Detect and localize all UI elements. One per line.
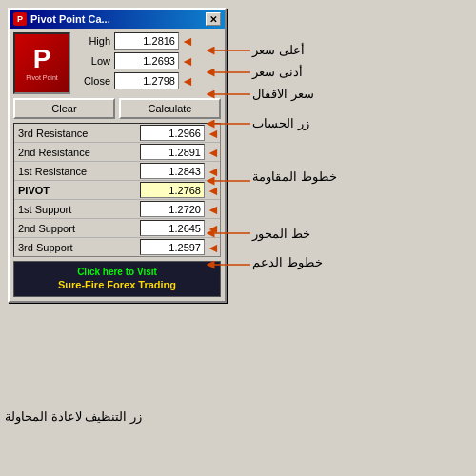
result-label-4: 1st Support: [16, 204, 140, 215]
annotation-clear: زر التنظيف لاعادة المحاولة: [5, 409, 142, 424]
result-value-5[interactable]: [140, 220, 205, 236]
result-row-3: PIVOT ◄: [14, 181, 220, 200]
result-value-1[interactable]: [140, 144, 205, 160]
low-arrow: ◄: [181, 53, 194, 69]
low-input[interactable]: [114, 52, 179, 69]
input-group: High ◄ Low ◄ Close ◄: [74, 32, 221, 92]
result-row-6: 3rd Support ◄: [14, 238, 220, 256]
close-row: Close ◄: [74, 72, 221, 89]
results-table: 3rd Resistance ◄ 2nd Resistance ◄ 1st Re…: [13, 123, 221, 257]
high-label: High: [74, 35, 110, 47]
result-arrow-3: ◄: [207, 183, 218, 198]
result-row-0: 3rd Resistance ◄: [14, 124, 220, 143]
annotation-high: أعلى سعر: [252, 43, 305, 57]
banner-line2: Sure-Fire Forex Trading: [58, 278, 176, 291]
banner-line1: Click here to Visit: [58, 266, 176, 278]
close-arrow: ◄: [181, 73, 194, 89]
result-arrow-6: ◄: [207, 240, 218, 255]
close-label: Close: [74, 75, 110, 87]
result-arrow-5: ◄: [207, 221, 218, 236]
close-button[interactable]: ✕: [206, 12, 221, 26]
result-arrow-2: ◄: [207, 164, 218, 179]
close-input[interactable]: [114, 72, 179, 89]
window-title: Pivot Point Ca...: [30, 13, 110, 25]
low-label: Low: [74, 55, 110, 67]
logo-box: P Pivot Point: [13, 32, 70, 94]
result-label-3: PIVOT: [16, 185, 140, 196]
high-row: High ◄: [74, 32, 221, 50]
logo-subtitle: Pivot Point: [26, 74, 57, 81]
logo-inputs-section: P Pivot Point High ◄ Low ◄ Close ◄: [13, 32, 221, 94]
result-row-5: 2nd Support ◄: [14, 219, 220, 238]
main-window: P Pivot Point Ca... ✕ P Pivot Point High…: [8, 8, 227, 303]
logo-letter: P: [33, 46, 51, 72]
banner[interactable]: Click here to Visit Sure-Fire Forex Trad…: [13, 261, 221, 297]
annotation-support: خطوط الدعم: [252, 255, 323, 269]
result-label-6: 3rd Support: [16, 242, 140, 253]
title-bar-left: P Pivot Point Ca...: [13, 12, 110, 26]
result-row-2: 1st Resistance ◄: [14, 162, 220, 181]
annotation-resistance: خطوط المقاومة: [252, 169, 337, 184]
button-row: Clear Calculate: [13, 98, 221, 119]
result-arrow-0: ◄: [207, 126, 218, 141]
annotation-calc: زر الحساب: [252, 116, 309, 130]
result-value-4[interactable]: [140, 201, 205, 217]
result-label-2: 1st Resistance: [16, 166, 140, 177]
title-bar: P Pivot Point Ca... ✕: [10, 10, 225, 29]
result-label-5: 2nd Support: [16, 223, 140, 234]
result-value-2[interactable]: [140, 163, 205, 179]
annotation-low: أدنى سعر: [252, 65, 303, 79]
result-row-1: 2nd Resistance ◄: [14, 143, 220, 162]
result-value-0[interactable]: [140, 125, 205, 141]
banner-content: Click here to Visit Sure-Fire Forex Trad…: [58, 266, 176, 291]
result-label-0: 3rd Resistance: [16, 128, 140, 139]
annotation-close: سعر الاقفال: [252, 87, 314, 101]
result-arrow-1: ◄: [207, 145, 218, 160]
app-icon: P: [13, 12, 27, 26]
window-body: P Pivot Point High ◄ Low ◄ Close ◄: [10, 29, 225, 301]
low-row: Low ◄: [74, 52, 221, 69]
result-label-1: 2nd Resistance: [16, 147, 140, 158]
result-value-6[interactable]: [140, 239, 205, 255]
calculate-button[interactable]: Calculate: [119, 98, 221, 119]
high-arrow: ◄: [181, 33, 194, 49]
result-value-3[interactable]: [140, 182, 205, 198]
high-input[interactable]: [114, 32, 179, 50]
annotation-pivot: خط المحور: [252, 227, 310, 241]
clear-button[interactable]: Clear: [13, 98, 115, 119]
result-arrow-4: ◄: [207, 202, 218, 217]
result-row-4: 1st Support ◄: [14, 200, 220, 219]
